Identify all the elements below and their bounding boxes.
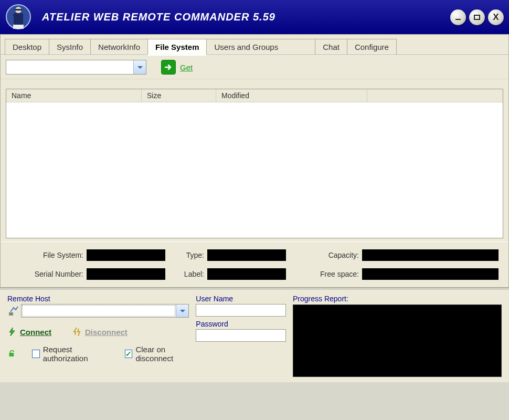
label-remote-host: Remote Host <box>7 295 196 303</box>
svg-rect-7 <box>474 15 480 19</box>
column-name[interactable]: Name <box>6 89 142 102</box>
label-user-name: User Name <box>196 295 293 303</box>
connect-button[interactable]: Connect <box>7 327 51 337</box>
label-file-system: File System: <box>8 251 87 259</box>
remote-host-combobox[interactable] <box>21 304 189 318</box>
svg-rect-4 <box>13 25 24 29</box>
user-name-input[interactable] <box>196 304 286 317</box>
svg-rect-6 <box>455 19 461 20</box>
remote-host-input[interactable] <box>22 305 175 317</box>
path-dropdown-button[interactable] <box>133 60 146 74</box>
column-size[interactable]: Size <box>142 89 216 102</box>
tab-usersgroups[interactable]: Users and Groups <box>206 39 315 55</box>
value-free <box>362 268 499 280</box>
request-auth-label: Request authorization <box>43 345 110 363</box>
column-blank <box>367 89 503 102</box>
minimize-button[interactable] <box>450 9 466 25</box>
label-serial: Serial Number: <box>8 270 87 278</box>
tab-filesystem[interactable]: File System <box>147 39 207 55</box>
file-list-header: Name Size Modified <box>6 89 503 102</box>
column-modified[interactable]: Modified <box>216 89 367 102</box>
svg-rect-8 <box>9 312 13 316</box>
titlebar: ATELIER WEB REMOTE COMMANDER 5.59 X <box>0 0 509 34</box>
drive-info-panel: File System: Type: Capacity: Serial Numb… <box>1 242 508 287</box>
close-button[interactable]: X <box>488 9 504 25</box>
request-auth-checkbox[interactable]: Request authorization <box>32 345 109 363</box>
main-panel: Desktop SysInfo NetworkInfo File System … <box>0 34 509 288</box>
arrow-right-icon <box>164 62 173 72</box>
file-list[interactable]: Name Size Modified <box>6 89 503 238</box>
host-icon <box>7 304 20 317</box>
path-input[interactable] <box>6 60 133 74</box>
file-list-body[interactable] <box>6 102 503 238</box>
value-label <box>207 268 286 280</box>
tab-bar: Desktop SysInfo NetworkInfo File System … <box>1 35 508 55</box>
path-combobox[interactable] <box>6 60 146 75</box>
label-capacity: Capacity: <box>286 251 362 259</box>
tab-sysinfo[interactable]: SysInfo <box>49 39 91 55</box>
disconnect-button[interactable]: Disconnect <box>72 327 128 337</box>
tab-networkinfo[interactable]: NetworkInfo <box>90 39 148 55</box>
value-serial <box>87 268 165 280</box>
svg-rect-9 <box>9 353 14 356</box>
value-file-system <box>87 249 165 261</box>
svg-rect-2 <box>15 9 22 10</box>
get-link[interactable]: Get <box>180 63 193 72</box>
clear-check-icon <box>125 350 132 358</box>
password-input[interactable] <box>196 329 286 342</box>
label-type: Type: <box>165 251 207 259</box>
tab-chat[interactable]: Chat <box>315 39 347 55</box>
get-button[interactable] <box>161 60 176 75</box>
request-auth-check-icon <box>32 350 39 358</box>
app-title: ATELIER WEB REMOTE COMMANDER 5.59 <box>37 11 450 23</box>
label-free: Free space: <box>286 270 362 278</box>
remote-host-dropdown-button[interactable] <box>176 304 188 317</box>
clear-label: Clear on disconnect <box>135 345 196 363</box>
clear-on-disconnect-checkbox[interactable]: Clear on disconnect <box>125 345 196 363</box>
lightning-break-icon <box>72 327 82 337</box>
unlock-icon <box>7 349 16 359</box>
path-toolbar: Get <box>1 55 508 79</box>
value-capacity <box>362 249 499 261</box>
tab-configure[interactable]: Configure <box>347 39 397 55</box>
progress-report-box <box>293 304 502 377</box>
connection-panel: Remote Host Connect Disconnect <box>0 289 509 382</box>
tab-desktop[interactable]: Desktop <box>5 39 49 55</box>
maximize-button[interactable] <box>469 9 485 25</box>
lightning-icon <box>7 327 17 337</box>
value-type <box>207 249 286 261</box>
app-logo-icon <box>0 0 37 34</box>
label-label: Label: <box>165 270 207 278</box>
label-progress-report: Progress Report: <box>293 295 502 303</box>
label-password: Password <box>196 320 293 328</box>
